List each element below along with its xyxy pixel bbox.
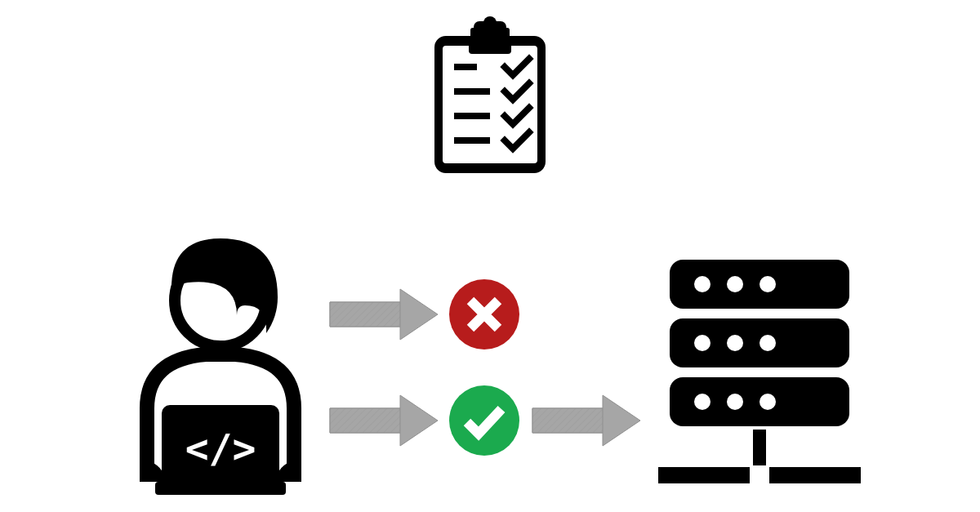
x-circle-icon bbox=[448, 278, 521, 354]
server-stack-icon bbox=[653, 260, 866, 500]
diagram-canvas: </> bbox=[0, 0, 980, 512]
svg-point-31 bbox=[727, 394, 743, 410]
svg-point-26 bbox=[760, 276, 776, 292]
svg-rect-22 bbox=[658, 467, 750, 483]
clipboard-checklist-icon bbox=[421, 16, 559, 183]
svg-point-32 bbox=[760, 394, 776, 410]
svg-point-27 bbox=[694, 335, 710, 351]
svg-rect-9 bbox=[155, 482, 286, 495]
svg-point-25 bbox=[727, 276, 743, 292]
check-circle-icon bbox=[448, 384, 521, 461]
svg-rect-5 bbox=[454, 113, 490, 119]
svg-point-28 bbox=[727, 335, 743, 351]
svg-point-24 bbox=[694, 276, 710, 292]
code-glyph: </> bbox=[185, 425, 256, 471]
arrow-right-icon bbox=[327, 286, 441, 346]
arrow-right-icon bbox=[529, 392, 644, 452]
developer-laptop-icon: </> bbox=[114, 237, 327, 501]
svg-point-2 bbox=[483, 16, 497, 29]
svg-rect-21 bbox=[753, 430, 766, 465]
svg-point-30 bbox=[694, 394, 710, 410]
svg-rect-4 bbox=[454, 88, 490, 95]
svg-point-29 bbox=[760, 335, 776, 351]
arrow-right-icon bbox=[327, 392, 441, 452]
svg-rect-3 bbox=[454, 64, 477, 70]
svg-rect-23 bbox=[769, 467, 861, 483]
svg-rect-6 bbox=[454, 137, 490, 144]
